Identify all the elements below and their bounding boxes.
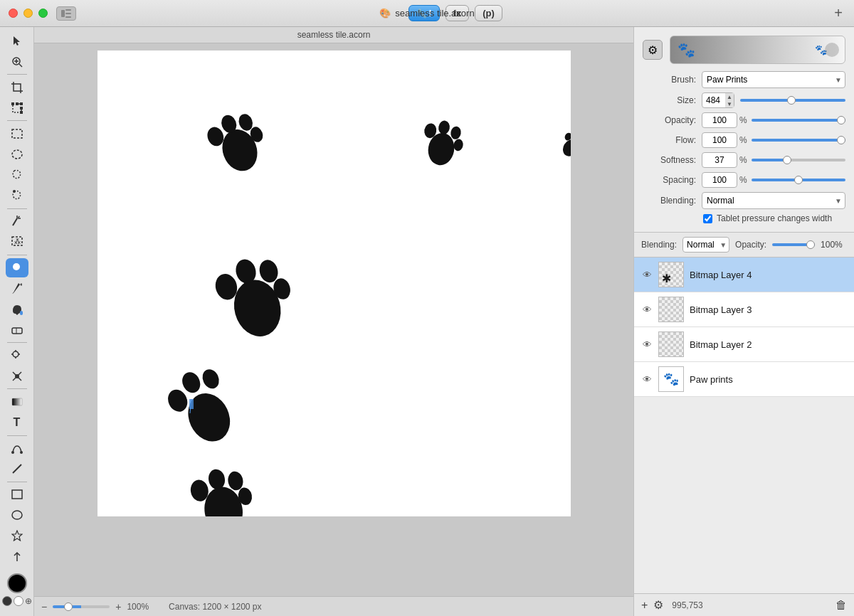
line-tool[interactable] [6,460,28,479]
svg-rect-3 [65,16,71,18]
layer-visibility-toggle[interactable]: 👁 [641,373,653,385]
sidebar-toggle-button[interactable] [56,6,76,21]
svg-point-16 [12,150,22,159]
layer-visibility-toggle[interactable]: 👁 [641,269,653,280]
layer-item[interactable]: 👁 Bitmap Layer 3 [634,292,854,327]
bezier-tool[interactable] [6,438,28,457]
spacing-input[interactable] [702,172,737,188]
zoom-out-button[interactable]: − [41,601,47,612]
transform-tool[interactable] [6,98,28,117]
brush-selector-row: Brush: Paw Prints Round Brush Soft Round… [643,71,845,88]
background-color-swatch[interactable] [14,596,23,606]
svg-marker-4 [14,36,20,46]
delete-layer-button[interactable]: 🗑 [835,599,847,612]
arrow-tool[interactable] [6,547,28,566]
rect-select-tool[interactable] [6,124,28,143]
svg-point-52 [437,120,450,135]
text-tool[interactable]: T [6,413,28,432]
layer-settings-button[interactable]: ⚙ [653,598,663,612]
opacity-input[interactable] [702,112,737,128]
svg-rect-37 [12,398,22,405]
svg-point-78 [199,366,222,391]
tool-divider-3 [7,208,27,209]
layer-blending-dropdown[interactable]: Normal Multiply Screen [682,237,729,253]
svg-rect-27 [12,328,22,334]
tool-divider [7,74,27,75]
softness-slider[interactable] [752,159,845,161]
ellipse-select-tool[interactable] [6,144,28,164]
spacing-slider[interactable] [752,179,845,181]
layer-item[interactable]: 👁 ✱ Bitmap Layer 4 [634,257,854,292]
foreground-color-swatch[interactable] [2,596,12,606]
svg-rect-0 [61,10,65,17]
tablet-label[interactable]: Tablet pressure changes width [717,213,832,223]
canvas-scroll[interactable] [34,43,633,596]
maximize-button[interactable] [38,9,48,18]
gradient-tool[interactable] [6,392,28,411]
magic-wand-tool[interactable] [6,212,28,231]
opacity-slider[interactable] [752,119,845,122]
flow-input[interactable] [702,132,737,148]
eraser-tool[interactable] [6,320,28,339]
size-up-button[interactable]: ▲ [725,93,734,100]
zoom-slider[interactable] [53,605,110,608]
brush-dropdown[interactable]: Paw Prints Round Brush Soft Round [702,71,845,88]
brush-tool[interactable] [6,258,28,277]
star-tool[interactable] [6,526,28,546]
layer-opacity-slider[interactable] [772,243,815,246]
svg-rect-2 [65,13,71,14]
opacity-unit: % [739,115,747,125]
retouch-tool[interactable] [6,366,28,386]
svg-point-54 [453,138,464,152]
rect-shape-tool[interactable] [6,485,28,504]
svg-point-38 [11,451,14,454]
svg-point-55 [559,137,570,159]
layer-item[interactable]: 👁 Bitmap Layer 2 [634,327,854,362]
svg-point-25 [14,265,19,269]
svg-rect-12 [20,102,23,105]
lasso-tool[interactable] [6,166,28,185]
svg-rect-10 [11,102,14,105]
flow-unit: % [739,135,747,145]
layer-item[interactable]: 👁 🐾 Paw prints [634,362,854,397]
add-layer-button[interactable]: + [641,599,648,612]
zoom-tool-small[interactable]: ⊕ [25,596,32,606]
size-slider[interactable] [740,99,845,102]
right-panel: ⚙ 🐾 🐾 Brush: Paw Prints Round Brush Soft… [633,27,854,616]
canvas-area: seamless tile.acorn [34,27,633,616]
select-tool[interactable] [6,31,28,51]
traffic-lights [9,9,48,18]
softness-input[interactable] [702,152,737,168]
svg-line-21 [13,218,17,225]
pixel-label: (p) [483,8,495,18]
canvas-document[interactable] [97,51,571,516]
magic-select-tool[interactable]: ⁂ [6,233,28,252]
pixel-button[interactable]: (p) [475,5,502,21]
clone-tool[interactable] [6,346,28,365]
layer-visibility-toggle[interactable]: 👁 [641,339,653,350]
flow-slider[interactable] [752,139,845,142]
crop-tool[interactable] [6,78,28,97]
blending-dropdown[interactable]: Normal Multiply Screen Overlay [702,192,845,209]
zoom-in-button[interactable]: + [115,601,121,612]
add-tab-button[interactable]: + [834,5,845,21]
size-down-button[interactable]: ▼ [725,100,734,107]
brush-settings-button[interactable]: ⚙ [643,40,663,60]
ellipse-shape-tool[interactable] [6,506,28,525]
layer-visibility-toggle[interactable]: 👁 [641,304,653,315]
softness-unit: % [739,155,747,165]
svg-line-40 [13,464,21,473]
svg-point-39 [20,451,23,454]
pencil-tool[interactable] [6,279,28,298]
title-bar: 🎨 seamless tile.acorn 🔧 ! fx (p) + [0,0,854,27]
layer-thumbnail [658,331,684,357]
close-button[interactable] [9,9,18,18]
size-row: Size: ▲ ▼ [643,92,845,108]
minimize-button[interactable] [23,9,33,18]
zoom-tool[interactable] [6,52,28,71]
stepper-arrows: ▲ ▼ [725,93,734,107]
foreground-color[interactable] [7,573,27,593]
tablet-checkbox[interactable] [703,214,712,223]
magic-lasso-tool[interactable] [6,186,28,206]
paint-bucket-tool[interactable] [6,299,28,319]
